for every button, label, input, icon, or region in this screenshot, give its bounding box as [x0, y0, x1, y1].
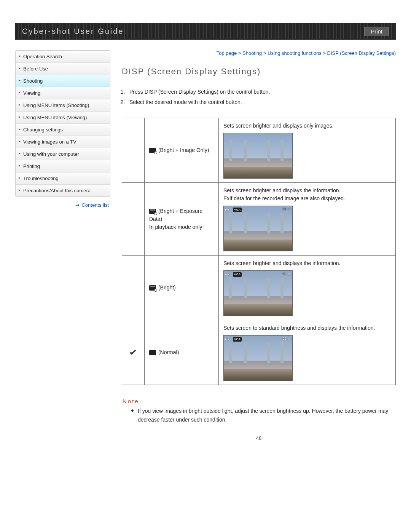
preview-thumbnail — [223, 133, 293, 179]
sidebar-item[interactable]: Troubleshooting — [16, 173, 110, 185]
page-number: 48 — [122, 435, 396, 441]
step-item: Press DISP (Screen Display Settings) on … — [129, 87, 396, 97]
sidebar-item[interactable]: Before Use — [16, 63, 110, 75]
mode-label-cell: (Bright + Image Only) — [145, 118, 219, 183]
modes-table: (Bright + Image Only)Sets screen brighte… — [122, 118, 396, 385]
osd-right: 96 ▭ — [282, 272, 291, 276]
sidebar-item[interactable]: Viewing images on a TV — [16, 136, 110, 148]
note-list: If you view images in bright outside lig… — [131, 407, 396, 424]
table-row: (Bright + Exposure Data)In playback mode… — [122, 183, 396, 256]
sidebar-item[interactable]: Shooting — [16, 75, 110, 87]
display-mode-icon — [149, 285, 156, 291]
print-button[interactable]: Print — [364, 27, 389, 36]
mode-check-cell — [122, 118, 145, 183]
osd-right: 96 ▭ — [282, 337, 291, 341]
note-item: If you view images in bright outside lig… — [131, 407, 396, 424]
osd-right: 96 ▭ — [282, 207, 291, 212]
contents-list-link[interactable]: ➔ Contents list — [15, 197, 110, 208]
mode-label-cell: (Normal) — [145, 320, 219, 385]
mode-check-cell — [122, 256, 145, 320]
sidebar-item[interactable]: Changing settings — [16, 124, 110, 136]
osd-top: ▸◂VGA — [225, 207, 291, 212]
step-item: Select the desired mode with the control… — [129, 97, 396, 107]
header-bar: Cyber-shot User Guide Print — [15, 23, 396, 40]
mode-label-cell: (Bright + Exposure Data)In playback mode… — [145, 183, 219, 256]
page-title: DISP (Screen Display Settings) — [122, 67, 396, 77]
sidebar-item[interactable]: Viewing — [16, 87, 110, 99]
sidebar-item[interactable]: Using MENU items (Shooting) — [16, 99, 110, 112]
steps-list: Press DISP (Screen Display Settings) on … — [129, 87, 396, 107]
table-row: (Bright)Sets screen brighter and display… — [122, 256, 396, 320]
preview-thumbnail: ▸◂VGA96 ▭ — [223, 270, 293, 316]
mode-check-cell: ✔ — [122, 320, 145, 385]
mode-desc-cell: Sets screen to standard brightness and d… — [219, 320, 396, 385]
mode-label-cell: (Bright) — [145, 256, 219, 320]
mode-check-cell — [122, 183, 145, 256]
display-mode-icon — [149, 209, 156, 214]
osd-top: ▸◂VGA — [225, 337, 291, 342]
sidebar: Operation SearchBefore UseShootingViewin… — [15, 50, 110, 208]
sidebar-item[interactable]: Operation Search — [16, 51, 110, 63]
note-title: Note — [123, 398, 396, 404]
mode-desc-cell: Sets screen brighter and displays the in… — [219, 183, 396, 256]
sidebar-list: Operation SearchBefore UseShootingViewin… — [15, 50, 110, 197]
preview-thumbnail: ▸◂VGA96 ▭ — [223, 335, 293, 381]
sidebar-item[interactable]: Precautions/About this camera — [16, 185, 110, 197]
sidebar-item[interactable]: Printing — [16, 160, 110, 173]
table-row: ✔ (Normal)Sets screen to standard bright… — [122, 320, 396, 385]
title-underline — [122, 79, 396, 79]
osd-top: ▸◂VGA — [225, 272, 291, 277]
mode-desc-cell: Sets screen brighter and displays the in… — [219, 256, 396, 320]
display-mode-icon — [149, 148, 156, 153]
checkmark-icon: ✔ — [129, 346, 137, 359]
mode-desc-cell: Sets screen brighter and displays only i… — [219, 118, 396, 183]
arrow-right-icon: ➔ — [75, 202, 79, 208]
breadcrumb[interactable]: Top page > Shooting > Using shooting fun… — [122, 50, 396, 56]
sidebar-item[interactable]: Using MENU items (Viewing) — [16, 112, 110, 124]
sidebar-item[interactable]: Using with your computer — [16, 148, 110, 160]
table-row: (Bright + Image Only)Sets screen brighte… — [122, 118, 396, 183]
header-title: Cyber-shot User Guide — [22, 27, 124, 36]
display-mode-icon — [149, 350, 156, 355]
main-content: Top page > Shooting > Using shooting fun… — [122, 50, 396, 441]
preview-thumbnail: ▸◂VGA96 ▭ — [223, 206, 293, 251]
